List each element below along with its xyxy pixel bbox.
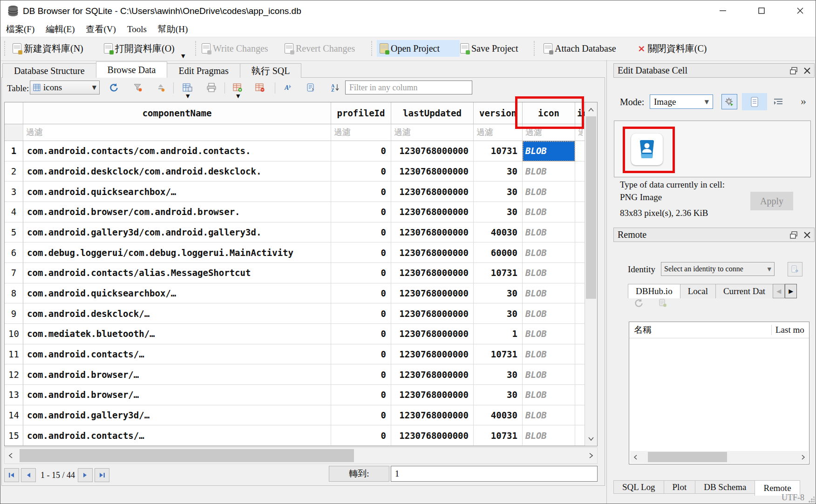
cell-version[interactable]: 1 xyxy=(474,324,523,344)
cell-version[interactable]: 30 xyxy=(474,303,523,324)
cell-extra[interactable] xyxy=(575,324,585,344)
cell-profileid[interactable]: 0 xyxy=(331,344,391,365)
tab-dbhub[interactable]: DBHub.io xyxy=(628,284,680,298)
grid-vertical-scrollbar[interactable] xyxy=(585,102,597,446)
row-number[interactable]: 12 xyxy=(5,364,23,385)
row-number[interactable]: 6 xyxy=(5,242,23,263)
attach-database-button[interactable]: Attach Database xyxy=(541,40,619,57)
cell-componentname[interactable]: com.android.gallery3d/… xyxy=(23,405,331,426)
cell-icon[interactable]: BLOB xyxy=(523,364,575,385)
last-page-button[interactable] xyxy=(95,468,109,482)
cell-icon[interactable]: BLOB xyxy=(523,405,575,426)
scroll-right-icon[interactable] xyxy=(585,448,597,464)
cell-componentname[interactable]: com.android.deskclock/… xyxy=(23,303,331,324)
cell-lastupdated[interactable]: 1230768000000 xyxy=(391,263,474,283)
remote-clone-database-icon[interactable] xyxy=(658,298,667,308)
cell-icon[interactable]: BLOB xyxy=(523,161,575,182)
cell-icon[interactable]: BLOB xyxy=(523,263,575,283)
float-panel-icon[interactable] xyxy=(790,67,797,74)
row-number[interactable]: 4 xyxy=(5,202,23,222)
scroll-left-icon[interactable] xyxy=(630,451,640,463)
tab-plot[interactable]: Plot xyxy=(664,480,696,494)
cell-componentname[interactable]: com.android.gallery3d/com.android.galler… xyxy=(23,222,331,243)
cell-icon[interactable]: BLOB xyxy=(523,141,575,161)
scroll-right-icon[interactable] xyxy=(798,451,808,463)
close-panel-icon[interactable] xyxy=(804,232,810,238)
save-records-dropdown-arrow[interactable]: ▼ xyxy=(186,93,190,99)
word-wrap-icon[interactable] xyxy=(305,81,317,94)
cell-icon[interactable]: BLOB xyxy=(523,181,575,202)
text-view-button[interactable] xyxy=(742,93,767,110)
cell-version[interactable]: 10731 xyxy=(474,344,523,365)
menu-help[interactable]: 幫助(H) xyxy=(152,22,193,36)
cell-extra[interactable] xyxy=(575,141,585,161)
apply-button[interactable]: Apply xyxy=(750,192,793,210)
remote-refresh-icon[interactable] xyxy=(634,298,643,308)
cell-version[interactable]: 30 xyxy=(474,202,523,222)
cell-icon[interactable]: BLOB xyxy=(523,324,575,344)
identity-select[interactable]: Select an identity to conne ▼ xyxy=(661,262,775,276)
expand-toolbar-icon[interactable]: » xyxy=(801,95,806,108)
cell-extra[interactable] xyxy=(575,425,585,446)
tab-sql-log[interactable]: SQL Log xyxy=(613,480,664,494)
save-project-button[interactable]: Save Project xyxy=(457,40,521,57)
menu-tools[interactable]: Tools xyxy=(122,23,152,35)
remote-list-header-name[interactable]: 名稱 xyxy=(629,324,652,336)
grid-horizontal-scrollbar[interactable] xyxy=(4,447,598,464)
cell-componentname[interactable]: com.android.browser/… xyxy=(23,364,331,385)
row-number[interactable]: 8 xyxy=(5,283,23,304)
cell-icon[interactable]: BLOB xyxy=(523,303,575,324)
global-filter-input[interactable] xyxy=(345,81,472,94)
cell-profileid[interactable]: 0 xyxy=(331,263,391,283)
window-resize-grip[interactable] xyxy=(808,497,815,503)
cell-profileid[interactable]: 0 xyxy=(331,364,391,385)
cell-profileid[interactable]: 0 xyxy=(331,303,391,324)
remote-list-header-lastmodified[interactable]: Last mo xyxy=(771,325,809,335)
insert-record-icon[interactable] xyxy=(231,81,244,94)
first-page-button[interactable] xyxy=(4,468,19,482)
next-page-button[interactable] xyxy=(78,468,93,482)
cell-lastupdated[interactable]: 1230768000000 xyxy=(391,161,474,182)
cell-icon[interactable]: BLOB xyxy=(523,242,575,263)
cell-componentname[interactable]: com.debug.loggerui/com.debug.loggerui.Ma… xyxy=(23,242,331,263)
identity-connect-button[interactable] xyxy=(788,262,802,276)
cell-componentname[interactable]: com.android.browser/com.android.browser. xyxy=(23,202,331,222)
cell-lastupdated[interactable]: 1230768000000 xyxy=(391,364,474,385)
row-number[interactable]: 14 xyxy=(5,405,23,426)
cell-icon[interactable]: BLOB xyxy=(523,385,575,405)
cell-lastupdated[interactable]: 1230768000000 xyxy=(391,202,474,222)
row-number[interactable]: 5 xyxy=(5,222,23,243)
cell-extra[interactable] xyxy=(575,385,585,405)
refresh-button[interactable] xyxy=(108,81,120,94)
cell-componentname[interactable]: com.android.contacts/alias.MessageShortc… xyxy=(23,263,331,283)
horizontal-scroll-thumb[interactable] xyxy=(20,449,354,462)
cell-componentname[interactable]: com.android.browser/… xyxy=(23,385,331,405)
cell-version[interactable]: 40030 xyxy=(474,222,523,243)
sort-icon[interactable] xyxy=(155,81,167,94)
cell-version[interactable]: 30 xyxy=(474,181,523,202)
row-number[interactable]: 7 xyxy=(5,263,23,283)
cell-extra[interactable] xyxy=(575,283,585,304)
vertical-scroll-thumb[interactable] xyxy=(586,116,596,299)
insert-record-dropdown-arrow[interactable]: ▼ xyxy=(236,93,240,99)
column-header-profileid[interactable]: profileId xyxy=(331,102,391,124)
cell-extra[interactable] xyxy=(575,181,585,202)
close-database-button[interactable]: × 關閉資料庫(C) xyxy=(635,40,709,57)
cell-extra[interactable] xyxy=(575,303,585,324)
cell-lastupdated[interactable]: 1230768000000 xyxy=(391,425,474,446)
mode-select[interactable]: Image ▼ xyxy=(650,94,713,109)
row-number[interactable]: 11 xyxy=(5,344,23,365)
cell-extra[interactable] xyxy=(575,364,585,385)
menu-edit[interactable]: 編輯(E) xyxy=(40,22,80,36)
cell-version[interactable]: 30 xyxy=(474,385,523,405)
cell-profileid[interactable]: 0 xyxy=(331,405,391,426)
cell-componentname[interactable]: com.android.deskclock/com.android.deskcl… xyxy=(23,161,331,182)
tab-local[interactable]: Local xyxy=(680,284,716,298)
cell-componentname[interactable]: com.mediatek.bluetooth/… xyxy=(23,324,331,344)
dock-splitter[interactable] xyxy=(606,60,607,504)
cell-lastupdated[interactable]: 1230768000000 xyxy=(391,405,474,426)
remote-list-scroll-thumb[interactable] xyxy=(648,452,727,462)
row-number[interactable]: 9 xyxy=(5,303,23,324)
tab-edit-pragmas[interactable]: Edit Pragmas xyxy=(167,63,240,78)
cell-extra[interactable] xyxy=(575,222,585,243)
